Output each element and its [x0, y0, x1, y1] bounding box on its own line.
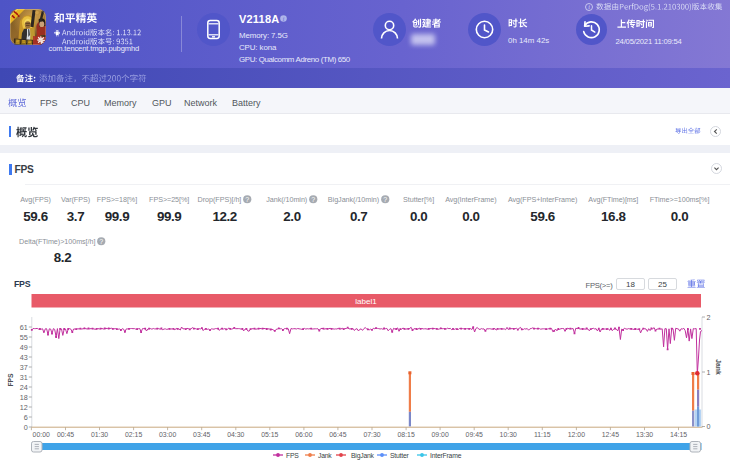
svg-text:37: 37 [20, 363, 28, 372]
svg-text:Jank: Jank [715, 359, 722, 375]
svg-text:10:30: 10:30 [500, 431, 517, 438]
svg-text:08:15: 08:15 [397, 431, 414, 438]
svg-text:04:30: 04:30 [227, 431, 244, 438]
svg-text:09:45: 09:45 [466, 431, 483, 438]
svg-text:2: 2 [707, 313, 711, 322]
svg-text:label1: label1 [355, 297, 377, 306]
svg-text:FPS: FPS [286, 452, 299, 459]
svg-text:43: 43 [20, 353, 28, 362]
svg-text:12:45: 12:45 [602, 431, 619, 438]
svg-text:00:45: 00:45 [57, 431, 74, 438]
svg-text:11:15: 11:15 [534, 431, 551, 438]
svg-text:6: 6 [24, 413, 28, 422]
svg-text:03:45: 03:45 [193, 431, 210, 438]
svg-text:13:30: 13:30 [636, 431, 653, 438]
svg-text:31: 31 [20, 373, 28, 382]
svg-text:55: 55 [20, 333, 28, 342]
svg-text:12:00: 12:00 [568, 431, 585, 438]
svg-text:0: 0 [707, 422, 711, 431]
svg-text:06:00: 06:00 [295, 431, 312, 438]
svg-text:00:00: 00:00 [33, 431, 50, 438]
svg-text:12: 12 [20, 403, 28, 412]
svg-text:Stutter: Stutter [390, 452, 410, 459]
svg-text:05:15: 05:15 [261, 431, 278, 438]
svg-text:49: 49 [20, 343, 28, 352]
svg-text:BigJank: BigJank [351, 452, 375, 460]
svg-text:18: 18 [20, 393, 28, 402]
svg-text:07:30: 07:30 [363, 431, 380, 438]
svg-text:09:00: 09:00 [431, 431, 448, 438]
svg-text:06:45: 06:45 [329, 431, 346, 438]
svg-text:24: 24 [20, 383, 28, 392]
svg-text:02:15: 02:15 [125, 431, 142, 438]
svg-text:InterFrame: InterFrame [430, 452, 462, 459]
svg-text:61: 61 [20, 323, 28, 332]
svg-text:0: 0 [24, 423, 28, 432]
svg-text:03:00: 03:00 [159, 431, 176, 438]
svg-text:01:30: 01:30 [91, 431, 108, 438]
svg-text:1: 1 [707, 368, 711, 377]
svg-text:Jank: Jank [318, 452, 332, 459]
svg-text:FPS: FPS [7, 373, 14, 387]
svg-text:14:15: 14:15 [670, 431, 687, 438]
